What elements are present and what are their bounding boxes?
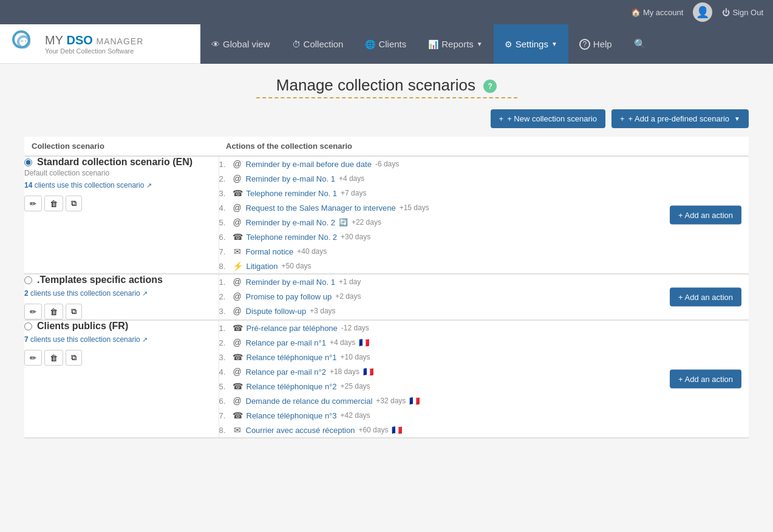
copy-scenario-button[interactable]: ⧉ [66,350,82,366]
scenario-actions-cell: 1. @ Reminder by e-mail No. 1 +1 day 2. … [219,274,749,320]
action-label[interactable]: Reminder by e-mail No. 2 [246,218,335,227]
action-days: +25 days [341,382,370,390]
edit-scenario-button[interactable]: ✏ [24,350,42,366]
sign-out-label: Sign Out [732,8,763,17]
action-days: +10 days [341,353,370,361]
action-type-icon: ☎ [233,188,243,198]
action-days: +15 days [400,203,429,212]
title-underline [256,97,517,98]
edit-scenario-button[interactable]: ✏ [24,196,42,211]
action-label[interactable]: Formal notice [246,247,294,256]
action-label[interactable]: Dispute follow-up [246,307,307,316]
action-type-icon: ☎ [233,411,243,420]
action-label[interactable]: Demande de relance du commercial [246,397,373,406]
action-label[interactable]: Relance par e-mail n°2 [246,367,326,377]
edit-scenario-button[interactable]: ✏ [24,304,42,319]
actions-bar: + + New collection scenario + + Add a pr… [24,109,749,128]
my-account-link[interactable]: 🏠 My account [631,8,683,17]
new-scenario-button[interactable]: + + New collection scenario [491,109,605,128]
nav-collection[interactable]: ⏱ Collection [281,24,355,64]
nav-search[interactable]: 🔍 [623,24,657,64]
action-days: +2 days [335,292,361,301]
delete-scenario-button[interactable]: 🗑 [44,196,63,211]
action-number: 5. [219,382,229,391]
scenario-name-label: Standard collection scenario (EN) [37,157,192,168]
copy-scenario-button[interactable]: ⧉ [66,196,82,211]
action-label[interactable]: Pré-relance par téléphone [247,324,338,333]
list-item: 3. ☎ Telephone reminder No. 1 +7 days [219,186,749,200]
scenario-name-label: Clients publics (FR) [37,321,128,332]
action-label[interactable]: Courrier avec accusé réception [246,426,355,435]
globe-icon: 🌐 [365,39,375,49]
nav-global-view[interactable]: 👁 Global view [200,24,281,64]
main-content: Manage collection scenarios ? + + New co… [0,64,773,451]
scenario-action-buttons: ✏🗑⧉ [24,304,219,319]
action-number: 1. [219,324,229,333]
nav-help[interactable]: ? Help [568,24,623,64]
home-icon: 🏠 [631,8,641,17]
scenario-radio[interactable] [24,276,32,284]
list-item: 8. ⚡ Litigation +50 days [219,259,749,273]
action-label[interactable]: Request to the Sales Manager to interven… [246,203,396,213]
delete-scenario-button[interactable]: 🗑 [44,350,63,366]
add-action-button[interactable]: + Add an action [670,370,741,389]
sync-icon: 🔄 [339,218,348,227]
action-number: 1. [219,160,229,169]
action-number: 2. [219,338,229,347]
action-type-icon: ☎ [233,232,243,242]
list-item: 1. @ Reminder by e-mail before due date … [219,157,749,171]
scenario-clients-count[interactable]: 2 clients use this collection scenario ↗ [24,289,219,298]
list-item: 6. ☎ Telephone reminder No. 2 +30 days [219,230,749,244]
action-type-icon: ☎ [233,323,243,333]
action-number: 2. [219,292,229,301]
action-type-icon: ☎ [233,381,243,391]
table-row: Clients publics (FR)7 clients use this c… [24,320,749,438]
avatar[interactable]: 👤 [693,2,712,22]
reports-dropdown-icon: ▼ [477,41,483,47]
scenario-clients-count[interactable]: 14 clients use this collection scenario … [24,181,219,189]
add-action-button[interactable]: + Add an action [670,288,741,307]
action-label[interactable]: Telephone reminder No. 2 [247,233,338,242]
action-label[interactable]: Relance téléphonique n°1 [247,353,337,362]
action-number: 7. [219,247,229,256]
scenario-radio[interactable] [24,159,32,166]
scenario-radio[interactable] [24,322,32,330]
action-type-icon: @ [233,306,242,316]
action-label[interactable]: Relance par e-mail n°1 [246,338,326,347]
help-tooltip-icon[interactable]: ? [483,80,497,93]
scenario-name-cell: Clients publics (FR)7 clients use this c… [24,320,219,438]
action-label[interactable]: Reminder by e-mail before due date [246,160,372,169]
add-predefined-button[interactable]: + + Add a pre-defined scenario ▼ [611,109,749,128]
action-label[interactable]: Promise to pay follow up [246,292,332,301]
logo-subtitle: Your Debt Collection Software [45,47,143,55]
action-label[interactable]: Reminder by e-mail No. 1 [246,278,335,287]
list-item: 1. ☎ Pré-relance par téléphone -12 days [219,321,749,335]
nav-reports[interactable]: 📊 Reports ▼ [417,24,493,64]
plus-icon: + [499,114,504,123]
add-action-button[interactable]: + Add an action [670,206,741,225]
action-label[interactable]: Relance téléphonique n°3 [247,411,337,420]
list-item: 7. ☎ Relance téléphonique n°3 +42 days [219,408,749,423]
signout-icon: ⏻ [722,8,730,17]
action-days: -6 days [375,160,399,168]
delete-scenario-button[interactable]: 🗑 [44,304,63,319]
nav-settings[interactable]: ⚙ Settings ▼ [494,24,568,64]
action-type-icon: @ [233,174,242,183]
scenario-clients-count[interactable]: 7 clients use this collection scenario ↗ [24,335,219,344]
list-item: 6. @ Demande de relance du commercial +3… [219,394,749,408]
sign-out-link[interactable]: ⏻ Sign Out [722,8,763,17]
action-label[interactable]: Telephone reminder No. 1 [247,189,338,198]
scenario-name-cell: Standard collection scenario (EN)Default… [24,156,219,274]
scenario-name-label: .Templates specific actions [37,275,163,285]
action-number: 2. [219,174,229,183]
nav-clients[interactable]: 🌐 Clients [354,24,417,64]
action-days: +42 days [341,411,370,420]
action-label[interactable]: Litigation [247,262,278,271]
list-item: 8. ✉ Courrier avec accusé réception +60 … [219,423,749,437]
copy-scenario-button[interactable]: ⧉ [66,304,82,319]
action-label[interactable]: Reminder by e-mail No. 1 [246,174,335,183]
predefined-dropdown-icon: ▼ [734,115,740,122]
action-label[interactable]: Relance téléphonique n°2 [247,382,337,391]
action-number: 4. [219,203,229,213]
col-actions: Actions of the collection scenario [219,137,749,156]
